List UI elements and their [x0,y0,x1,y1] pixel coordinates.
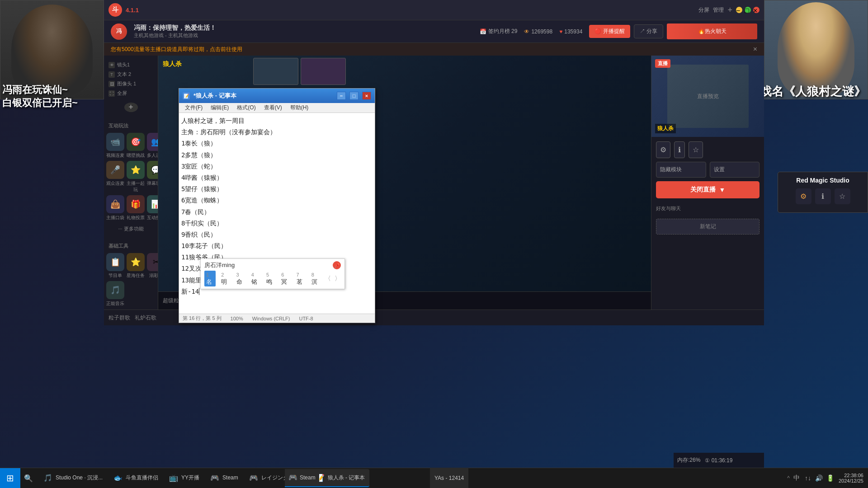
broadcast-stats: 📅 签约月榜 29 👁 1269598 ♥ 135934 [480,28,583,35]
ime-candidate-1[interactable]: 1名 [204,271,216,286]
douyu-icon: 🐟 [113,473,123,483]
close-btn[interactable]: × [753,7,760,13]
share-btn[interactable]: ↗ 分享 [634,24,663,38]
right-panel-preview: 直播预览 直播 狼人杀 [651,56,764,137]
ime-candidates[interactable]: 1名 2明 3命 4铭 5鸣 6冥 7茗 8溟 〈 〉 [204,271,341,286]
app-version: 4.1.1 [126,7,139,14]
info-icon[interactable]: ℹ [674,141,685,158]
broadcaster-bar: 冯 冯雨：保持理智，热爱生活！ 主机其他游戏 - 主机其他游戏 📅 签约月榜 2… [104,20,764,43]
red-magic-gear-icon[interactable]: ⚙ [796,188,811,204]
steam-icon: 🎮 [210,473,220,483]
menu-file[interactable]: 文件(F) [181,103,206,113]
basic-tools-section-title: 基础工具 [104,239,158,251]
monthly-sign-stat: 📅 签约月榜 29 [480,28,518,35]
taskbar-yy[interactable]: 📺 YY开播 [164,469,204,487]
ad-banner[interactable]: 🔥热火朝天 [667,23,757,39]
broadcaster-avatar: 冯 [111,23,127,40]
new-note-btn[interactable]: 新笔记 [656,219,760,235]
right-panel: 直播预览 直播 狼人杀 ⚙ ℹ ☆ 隐藏模块 设置 关闭直播 ▼ [651,56,764,310]
ime-candidate-4[interactable]: 4铭 [250,271,261,286]
red-magic-star-icon[interactable]: ☆ [835,188,850,204]
tool-host-play[interactable]: ⭐ 主播一起玩 [127,161,145,193]
right-panel-content: 新笔记 [651,214,764,310]
taskbar-steam[interactable]: 🎮 Steam [205,469,243,487]
ime-input-text: 房石洋ming [204,261,330,269]
broadcaster-info: 冯雨：保持理智，热爱生活！ 主机其他游戏 - 主机其他游戏 [134,24,473,39]
menu-format[interactable]: 格式(O) [233,103,259,113]
menu-view[interactable]: 查看(V) [260,103,286,113]
taskbar-douyu[interactable]: 🐟 斗鱼直播伴侣 [108,469,163,487]
yy-icon: 📺 [169,473,179,483]
ime-candidate-6[interactable]: 6冥 [279,271,291,286]
tool-music[interactable]: 🎵 正能音乐 [106,281,124,307]
tray-sound-icon[interactable]: 🔊 [815,474,824,483]
tool-video-connect[interactable]: 📹 视频连麦 [106,133,124,159]
overlay-text-right: 游戏名《人狼村之谜》 [748,84,866,99]
tool-gift-song[interactable]: 礼炉石歌 [135,314,156,322]
tool-star-mission[interactable]: ⭐ 星海任务 [127,253,145,279]
notification-text: 您有5000流量等主播口袋道具即将过期，点击前往使用 [111,46,242,53]
gear-settings-icon[interactable]: ⚙ [656,141,670,158]
tray-expand-btn[interactable]: ^ [787,475,790,481]
notification-close[interactable]: × [753,45,757,53]
notepad-close[interactable]: × [362,92,371,100]
ime-candidate-2[interactable]: 2明 [219,271,231,286]
notepad-minimize[interactable]: − [337,92,346,100]
notepad-title: *狼人杀 - 记事本 [193,92,333,100]
maximize-btn[interactable]: □ [745,7,751,13]
tool-challenge[interactable]: 🎯 嗯壁挑战 [127,133,145,159]
btn-split-screen[interactable]: 分屏 [698,6,709,14]
tool-multi-connect[interactable]: 👥 多人连麦 [147,133,158,159]
more-features-btn[interactable]: ··· 更多功能 [104,223,158,235]
stream-logo: 斗 [108,3,122,17]
ime-candidate-3[interactable]: 3命 [235,271,246,286]
tool-gift-vote[interactable]: 🎁 礼物投票 [127,195,145,221]
tool-pocket[interactable]: 👜 主播口袋 [106,195,124,221]
notepad-maximize[interactable]: □ [349,92,359,100]
source-text2[interactable]: T 文本 2 [108,70,153,79]
tool-danmaku[interactable]: 💬 弹幕玩法 [147,161,158,193]
likes-stat: ♥ 135934 [559,28,582,35]
add-source-btn[interactable]: + [124,103,138,112]
source-image1[interactable]: 🖼 图像头 1 [108,79,153,89]
notification-bar: 您有5000流量等主播口袋道具即将过期，点击前往使用 × [104,43,764,56]
taskbar-clock[interactable]: 22:38:06 2024/12/25 [839,473,863,483]
notepad-zoom: 100% [231,316,243,321]
tool-interactive-vote[interactable]: 📊 互动投票 [147,195,158,221]
source-camera1[interactable]: 👁 镜头1 [108,60,153,70]
taskbar-studio-one[interactable]: 🎵 Studio One · 沉浸... [38,469,107,487]
tool-clip[interactable]: ✂ 溺彩剪 [147,253,158,279]
tool-particle-song[interactable]: 粒子群歌 [108,314,130,322]
tray-input-method[interactable]: 中 [792,474,801,483]
hide-module-btn[interactable]: 隐藏模块 [656,162,706,178]
taskbar-steam-extra[interactable]: 🎮 Steam [285,469,319,487]
btn-manage[interactable]: 管理 [713,6,724,14]
notepad-titlebar: 📝 *狼人杀 - 记事本 − □ × [179,89,375,103]
source-fullscreen[interactable]: ⛶ 全屏 [108,89,153,98]
add-btn[interactable]: + [727,5,732,15]
notepad-line-8: 6宽造（蜘蛛） [181,195,373,206]
minimize-btn[interactable]: − [736,7,742,13]
close-stream-btn[interactable]: 关闭直播 ▼ [656,181,760,198]
start-broadcast-btn[interactable]: 🔴 开播提醒 [589,25,630,38]
settings-btn[interactable]: 设置 [710,162,760,178]
ime-candidate-8[interactable]: 8溟 [310,271,321,286]
ime-candidate-7[interactable]: 7茗 [295,271,306,286]
taskbar-notepad[interactable]: 📝 狼人杀 - 记事本 [311,469,370,487]
taskbar-yas-item[interactable]: YAs - 12414 [430,468,468,488]
ime-candidate-5[interactable]: 5鸣 [264,271,276,286]
tool-audience-connect[interactable]: 🎤 观众连麦 [106,161,124,193]
right-panel-buttons: ⚙ ℹ ☆ 隐藏模块 设置 关闭直播 ▼ [651,137,764,203]
red-magic-info-icon[interactable]: ℹ [815,188,831,204]
menu-edit[interactable]: 编辑(E) [207,103,232,113]
star-icon[interactable]: ☆ [689,141,703,158]
notepad-line-4: 2多慧（狼） [181,150,373,161]
ime-next-btn[interactable]: 〉 [335,275,341,283]
live-badge: 直播 [655,59,670,68]
menu-help[interactable]: 帮助(H) [287,103,312,113]
tool-schedule[interactable]: 📋 节目单 [106,253,124,279]
taskbar-search-btn[interactable]: 🔍 [20,470,36,486]
ime-prev-btn[interactable]: 〈 [325,275,331,283]
tray-network-icon: ↑↓ [803,474,812,483]
start-button[interactable]: ⊞ [0,468,20,488]
